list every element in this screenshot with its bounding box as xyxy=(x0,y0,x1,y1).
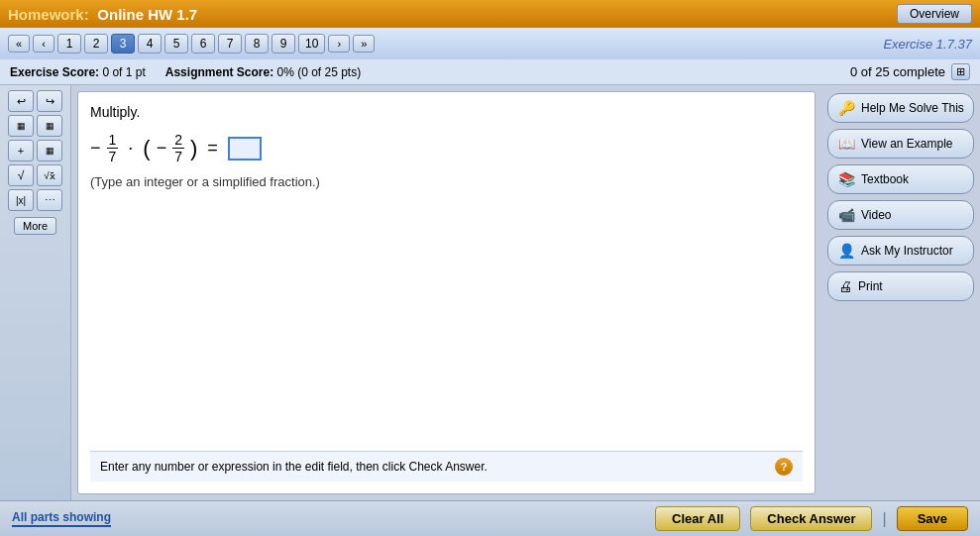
clear-all-button[interactable]: Clear All xyxy=(655,506,740,531)
math-expression: − 1 7 · ( − 2 7 ) = xyxy=(90,132,803,164)
nav-num-7[interactable]: 7 xyxy=(218,34,242,54)
nav-bar: « ‹ 1 2 3 4 5 6 7 8 9 10 › » Exercise 1.… xyxy=(0,28,980,59)
nav-num-6[interactable]: 6 xyxy=(191,34,215,54)
expand-button[interactable]: ⊞ xyxy=(951,63,970,80)
homework-label: Homework: xyxy=(8,6,89,23)
abs-button[interactable]: |x| xyxy=(8,189,34,211)
problem-area: Multiply. − 1 7 · ( − 2 7 ) = (T xyxy=(77,91,816,494)
hint-bar: Enter any number or expression in the ed… xyxy=(90,451,803,482)
nav-num-8[interactable]: 8 xyxy=(245,34,269,54)
book-open-icon: 📖 xyxy=(838,136,855,152)
fraction-2-7: 2 7 xyxy=(172,132,184,164)
nav-num-5[interactable]: 5 xyxy=(164,34,188,54)
separator: | xyxy=(882,510,886,528)
textbook-button[interactable]: 📚 Textbook xyxy=(827,164,974,194)
undo-button[interactable]: ↩ xyxy=(8,90,34,112)
problem-math: − 1 7 · ( − 2 7 ) = xyxy=(90,132,803,164)
close-paren: ) xyxy=(190,136,197,161)
sqrt-button[interactable]: √ xyxy=(8,164,34,186)
nav-num-2[interactable]: 2 xyxy=(84,34,108,54)
exercise-score: Exercise Score: 0 of 1 pt xyxy=(10,65,146,79)
help-me-solve-button[interactable]: 🔑 Help Me Solve This xyxy=(827,93,974,123)
person-icon: 👤 xyxy=(838,243,855,259)
equals-sign: = xyxy=(207,138,218,159)
more-button[interactable]: More xyxy=(14,217,56,235)
video-button[interactable]: 📹 Video xyxy=(827,200,974,230)
score-bar: Exercise Score: 0 of 1 pt Assignment Sco… xyxy=(0,59,980,85)
textbook-icon: 📚 xyxy=(838,171,855,187)
bottom-bar: All parts showing Clear All Check Answer… xyxy=(0,500,980,536)
nav-next-next-button[interactable]: » xyxy=(353,35,375,53)
main-content: ↩ ↪ ▦ ▦ + ▦ √ √x̄ |x| ⋯ More Multiply. − xyxy=(0,85,980,500)
nav-prev-button[interactable]: ‹ xyxy=(33,35,54,53)
fraction-1-7: 1 7 xyxy=(107,132,119,164)
assignment-score: Assignment Score: 0% (0 of 25 pts) xyxy=(165,65,361,79)
grid3-button[interactable]: ▦ xyxy=(37,140,62,161)
top-bar: Homework: Online HW 1.7 Overview xyxy=(0,0,980,28)
toolbar-row-5: |x| ⋯ xyxy=(8,189,62,211)
complete-section: 0 of 25 complete ⊞ xyxy=(850,63,970,80)
grid1-button[interactable]: ▦ xyxy=(8,115,34,137)
print-icon: 🖨 xyxy=(838,278,852,294)
sqrt2-button[interactable]: √x̄ xyxy=(37,164,62,186)
toolbar-row-4: √ √x̄ xyxy=(8,164,62,186)
hint-text: Enter any number or expression in the ed… xyxy=(100,460,488,474)
exercise-label: Exercise 1.7.37 xyxy=(883,37,972,52)
nav-num-1[interactable]: 1 xyxy=(57,34,81,54)
nav-num-9[interactable]: 9 xyxy=(272,34,295,54)
toolbar-row-2: ▦ ▦ xyxy=(8,115,62,137)
save-button[interactable]: Save xyxy=(897,506,968,531)
nav-num-4[interactable]: 4 xyxy=(138,34,162,54)
minus-sign-2: − xyxy=(157,138,167,159)
nav-num-10[interactable]: 10 xyxy=(298,34,325,54)
redo-button[interactable]: ↪ xyxy=(37,90,62,112)
help-icon: ? xyxy=(775,458,793,476)
nav-next-button[interactable]: › xyxy=(328,35,350,53)
dots-button[interactable]: ⋯ xyxy=(37,189,62,211)
nav-prev-prev-button[interactable]: « xyxy=(8,35,30,53)
right-panel: 🔑 Help Me Solve This 📖 View an Example 📚… xyxy=(821,85,980,500)
view-example-button[interactable]: 📖 View an Example xyxy=(827,129,974,159)
print-button[interactable]: 🖨 Print xyxy=(827,271,974,301)
parts-showing: All parts showing xyxy=(12,510,111,527)
plus-button[interactable]: + xyxy=(8,140,34,161)
toolbar-row-3: + ▦ xyxy=(8,140,62,161)
key-icon: 🔑 xyxy=(838,100,855,116)
minus-sign: − xyxy=(90,138,101,159)
check-answer-button[interactable]: Check Answer xyxy=(750,506,872,531)
open-paren: ( xyxy=(143,136,150,161)
homework-title: Homework: Online HW 1.7 xyxy=(8,6,197,23)
grid2-button[interactable]: ▦ xyxy=(37,115,62,137)
problem-hint: (Type an integer or a simplified fractio… xyxy=(90,174,803,189)
nav-controls: « ‹ 1 2 3 4 5 6 7 8 9 10 › » xyxy=(8,34,375,54)
problem-title: Multiply. xyxy=(90,104,803,120)
hw-title: Online HW 1.7 xyxy=(97,6,197,23)
complete-text: 0 of 25 complete xyxy=(850,64,945,79)
dot-operator: · xyxy=(128,138,133,159)
nav-num-3[interactable]: 3 xyxy=(111,34,135,54)
toolbar-row-1: ↩ ↪ xyxy=(8,90,62,112)
overview-button[interactable]: Overview xyxy=(897,4,972,24)
left-toolbar: ↩ ↪ ▦ ▦ + ▦ √ √x̄ |x| ⋯ More xyxy=(0,85,71,500)
video-icon: 📹 xyxy=(838,207,855,223)
answer-input[interactable] xyxy=(228,137,262,161)
ask-instructor-button[interactable]: 👤 Ask My Instructor xyxy=(827,236,974,266)
